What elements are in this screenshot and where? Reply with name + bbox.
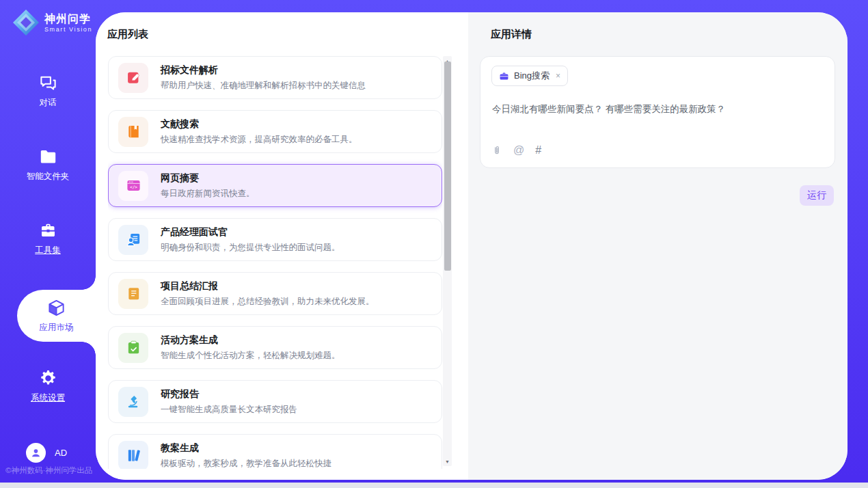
microscope-icon: [118, 387, 148, 417]
app-card[interactable]: 项目总结汇报全面回顾项目进展，总结经验教训，助力未来优化发展。: [108, 272, 442, 315]
app-card-title: 产品经理面试官: [161, 226, 340, 239]
sidebar-item-toolset[interactable]: 工具集: [0, 221, 96, 256]
app-card-description: 帮助用户快速、准确地理解和解析招标书中的关键信息: [161, 80, 366, 92]
sidebar-item-smart-folders[interactable]: 智能文件夹: [0, 148, 96, 182]
user-initials: AD: [55, 448, 67, 458]
books-icon: [118, 441, 148, 470]
attachment-toolbar: @ #: [491, 144, 541, 157]
browser-code-icon: </>: [118, 171, 148, 201]
app-card[interactable]: 教案生成模板驱动，教案秒成，教学准备从此轻松快捷: [108, 434, 442, 469]
app-card-description: 全面回顾项目进展，总结经验教训，助力未来优化发展。: [161, 296, 375, 308]
app-card[interactable]: 活动方案生成智能生成个性化活动方案，轻松解决规划难题。: [108, 326, 442, 369]
svg-text:</>: </>: [129, 185, 137, 189]
clipboard-check-icon: [118, 333, 148, 363]
scrollbar-thumb[interactable]: [444, 62, 451, 271]
sidebar: 神州问学 Smart Vision 对话智能文件夹工具集应用市场系统设置 AD …: [0, 0, 96, 483]
app-detail-title: 应用详情: [491, 28, 532, 41]
app-card-description: 一键智能生成高质量长文本研究报告: [161, 404, 297, 416]
app-card-description: 明确身份和职责，为您提供专业性的面试问题。: [161, 242, 340, 254]
app-card[interactable]: 研究报告一键智能生成高质量长文本研究报告: [108, 380, 442, 423]
report-note-icon: [118, 279, 148, 309]
sidebar-item-label: 工具集: [35, 245, 61, 256]
app-card-list: 招标文件解析帮助用户快速、准确地理解和解析招标书中的关键信息文献搜索快速精准查找…: [108, 56, 442, 469]
paperclip-icon[interactable]: [491, 145, 502, 156]
toolbox-icon: [39, 221, 57, 240]
scroll-down-button[interactable]: ▼: [443, 457, 452, 466]
app-card-description: 智能生成个性化活动方案，轻松解决规划难题。: [161, 350, 340, 362]
chat-icon: [39, 74, 57, 92]
query-input[interactable]: 今日湖北有哪些新闻要点？ 有哪些需要关注的最新政策？: [492, 103, 823, 116]
app-card-title: 招标文件解析: [161, 64, 366, 77]
briefcase-icon: [499, 71, 509, 81]
sidebar-item-app-market[interactable]: 应用市场: [17, 290, 96, 342]
cube-icon: [47, 299, 66, 317]
app-card-description: 每日政府新闻资讯快查。: [161, 188, 255, 200]
prompt-card: Bing搜索 × 今日湖北有哪些新闻要点？ 有哪些需要关注的最新政策？ @ #: [480, 56, 835, 168]
app-card[interactable]: 招标文件解析帮助用户快速、准确地理解和解析招标书中的关键信息: [108, 56, 442, 99]
gear-icon: [39, 369, 57, 388]
app-card-title: 活动方案生成: [161, 334, 340, 347]
app-detail-pane: 应用详情 Bing搜索 × 今日湖北有哪些新闻要点？ 有哪些需要关注的最新政策？…: [468, 12, 847, 480]
at-icon[interactable]: @: [513, 144, 524, 157]
book-icon: [118, 117, 148, 147]
doc-edit-icon: [118, 63, 148, 93]
app-card-title: 文献搜索: [161, 118, 357, 131]
person-icon: [30, 447, 42, 459]
folder-icon: [39, 148, 57, 166]
sidebar-item-label: 应用市场: [40, 322, 74, 334]
brand-logo: 神州问学 Smart Vision: [11, 8, 92, 38]
avatar: [26, 443, 46, 463]
app-card-description: 模板驱动，教案秒成，教学准备从此轻松快捷: [161, 458, 331, 470]
interviewer-icon: [118, 225, 148, 255]
sidebar-item-label: 对话: [40, 97, 57, 109]
app-card[interactable]: 产品经理面试官明确身份和职责，为您提供专业性的面试问题。: [108, 218, 442, 261]
app-card-title: 研究报告: [161, 388, 297, 401]
brand-name: 神州问学: [44, 13, 92, 25]
user-account[interactable]: AD: [26, 443, 67, 463]
sidebar-item-label: 智能文件夹: [27, 171, 70, 182]
diamond-logo-icon: [11, 8, 41, 38]
tool-chip-bing-search[interactable]: Bing搜索 ×: [491, 66, 568, 86]
sidebar-item-settings[interactable]: 系统设置: [0, 369, 96, 404]
app-card[interactable]: </>网页摘要每日政府新闻资讯快查。: [108, 164, 442, 207]
list-scrollbar[interactable]: ▲ ▼: [443, 56, 452, 466]
tool-chip-label: Bing搜索: [514, 70, 550, 82]
hash-icon[interactable]: #: [535, 144, 541, 157]
app-list-pane: 应用列表 招标文件解析帮助用户快速、准确地理解和解析招标书中的关键信息文献搜索快…: [96, 12, 468, 480]
sidebar-item-chat[interactable]: 对话: [0, 74, 96, 109]
run-button[interactable]: 运行: [800, 185, 834, 206]
app-card[interactable]: 文献搜索快速精准查找学术资源，提高研究效率的必备工具。: [108, 110, 442, 153]
chip-remove-icon[interactable]: ×: [556, 71, 560, 81]
app-card-description: 快速精准查找学术资源，提高研究效率的必备工具。: [161, 134, 357, 146]
copyright-footer: ©神州数码·神州问学出品: [5, 465, 92, 476]
app-card-title: 项目总结汇报: [161, 280, 375, 293]
content-panel: 应用列表 招标文件解析帮助用户快速、准确地理解和解析招标书中的关键信息文献搜索快…: [96, 12, 847, 480]
app-list-title: 应用列表: [107, 28, 148, 41]
brand-tagline: Smart Vision: [44, 26, 92, 33]
sidebar-item-label: 系统设置: [31, 392, 65, 404]
app-card-title: 教案生成: [161, 442, 331, 455]
app-card-title: 网页摘要: [161, 172, 255, 185]
bottom-edge-strip: [0, 483, 868, 488]
